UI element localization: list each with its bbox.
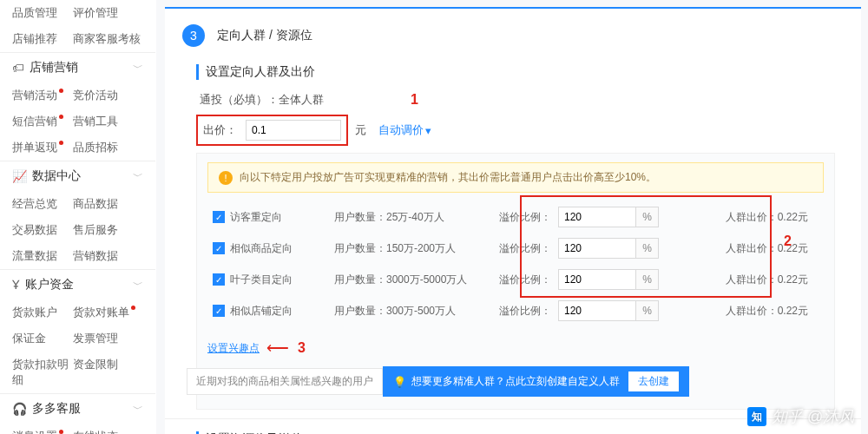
sidebar-item[interactable]: 短信营销营销工具 bbox=[0, 108, 155, 135]
sidebar-group-header[interactable]: 📈数据中心﹀ bbox=[0, 161, 155, 191]
bulb-icon: 💡 bbox=[393, 376, 406, 388]
annotation-1: 1 bbox=[411, 92, 418, 108]
bid-label: 出价： bbox=[203, 122, 237, 138]
bid-section-title: 设置定向人群及出价 bbox=[196, 64, 835, 80]
sidebar-item[interactable]: 货款账户货款对账单 bbox=[0, 299, 155, 326]
annotation-2: 2 bbox=[784, 233, 792, 249]
sidebar: 品质管理评价管理店铺推荐商家客服考核 🏷店铺营销﹀营销活动竞价活动短信营销营销工… bbox=[0, 0, 156, 434]
chevron-down-icon: ﹀ bbox=[133, 402, 143, 417]
table-row: ✓访客重定向用户数量：25万-40万人溢价比例：%人群出价：0.22元 bbox=[207, 201, 824, 233]
target-name: 访客重定向 bbox=[230, 211, 282, 223]
set-interest-link[interactable]: 设置兴趣点 bbox=[207, 341, 260, 356]
main-panel: 3 定向人群 / 资源位 设置定向人群及出价 通投（必填）：全体人群 1 出价：… bbox=[156, 0, 868, 434]
step-title: 定向人群 / 资源位 bbox=[217, 28, 312, 43]
step-number-badge: 3 bbox=[182, 24, 205, 47]
sidebar-group-header[interactable]: Ұ账户资金﹀ bbox=[0, 269, 155, 299]
table-row: ✓叶子类目定向用户数量：3000万-5000万人溢价比例：%人群出价：0.22元 bbox=[207, 264, 824, 295]
sidebar-item[interactable]: 交易数据售后服务 bbox=[0, 217, 155, 243]
group-icon: 🏷 bbox=[12, 61, 24, 75]
sidebar-item[interactable]: 消息设置在线状态 bbox=[0, 424, 155, 434]
targeting-block: ! 向以下特定用户投放广告可实现更精准的营销，其出价需比普通用户点击出价高至少1… bbox=[196, 153, 835, 410]
premium-ratio-input[interactable] bbox=[558, 238, 636, 259]
checkbox[interactable]: ✓ bbox=[213, 211, 225, 223]
sidebar-item[interactable]: 店铺推荐商家客服考核 bbox=[0, 26, 155, 52]
chevron-down-icon: ﹀ bbox=[133, 278, 143, 293]
step-header: 3 定向人群 / 资源位 bbox=[165, 12, 861, 56]
sidebar-item[interactable]: 货款扣款明细资金限制 bbox=[0, 352, 155, 393]
watermark: 知 知乎 @沐风 bbox=[747, 406, 854, 427]
chevron-down-icon: ﹀ bbox=[133, 61, 143, 76]
create-audience-button[interactable]: 去创建 bbox=[628, 372, 679, 391]
sidebar-group-header[interactable]: 🎧多多客服﹀ bbox=[0, 393, 155, 424]
annotation-3: 3 bbox=[298, 340, 306, 356]
targeting-table: ✓访客重定向用户数量：25万-40万人溢价比例：%人群出价：0.22元✓相似商品… bbox=[207, 201, 824, 326]
bid-highlight-box: 出价： bbox=[196, 115, 348, 146]
group-icon: 📈 bbox=[12, 169, 27, 183]
checkbox[interactable]: ✓ bbox=[213, 273, 225, 286]
table-row: ✓相似商品定向用户数量：150万-200万人溢价比例：%人群出价：0.22元 bbox=[207, 233, 824, 264]
zhihu-icon: 知 bbox=[747, 407, 766, 426]
premium-ratio-input[interactable] bbox=[558, 269, 636, 290]
notice-bar: ! 向以下特定用户投放广告可实现更精准的营销，其出价需比普通用户点击出价高至少1… bbox=[207, 162, 824, 193]
sidebar-group-header[interactable]: 🏷店铺营销﹀ bbox=[0, 52, 155, 82]
info-icon: ! bbox=[219, 171, 233, 185]
chevron-down-icon[interactable]: ▾ bbox=[425, 124, 431, 137]
interest-tip: 近期对我的商品相关属性感兴趣的用户 bbox=[187, 368, 383, 395]
sidebar-item[interactable]: 保证金发票管理 bbox=[0, 326, 155, 352]
group-icon: Ұ bbox=[12, 278, 20, 292]
arrow-icon: ⟵ bbox=[266, 339, 289, 358]
target-name: 相似店铺定向 bbox=[230, 305, 293, 317]
scope-label: 通投（必填）：全体人群 bbox=[200, 92, 324, 108]
custom-audience-prompt: 💡 想要更多精准人群？点此立刻创建自定义人群 去创建 bbox=[383, 366, 689, 397]
bid-input[interactable] bbox=[246, 120, 341, 141]
sidebar-item[interactable]: 经营总览商品数据 bbox=[0, 191, 155, 217]
sidebar-item[interactable]: 拼单返现品质招标 bbox=[0, 135, 155, 161]
chevron-down-icon: ﹀ bbox=[133, 169, 143, 184]
target-name: 叶子类目定向 bbox=[230, 273, 293, 286]
checkbox[interactable]: ✓ bbox=[213, 242, 225, 254]
checkbox[interactable]: ✓ bbox=[213, 305, 225, 317]
sidebar-item[interactable]: 品质管理评价管理 bbox=[0, 0, 155, 26]
group-icon: 🎧 bbox=[12, 402, 27, 416]
sidebar-item[interactable]: 营销活动竞价活动 bbox=[0, 82, 155, 108]
bid-unit: 元 bbox=[355, 122, 366, 138]
premium-ratio-input[interactable] bbox=[558, 300, 636, 321]
sidebar-item[interactable]: 流量数据营销数据 bbox=[0, 243, 155, 269]
table-row: ✓相似店铺定向用户数量：300万-500万人溢价比例：%人群出价：0.22元 bbox=[207, 295, 824, 326]
target-name: 相似商品定向 bbox=[230, 242, 293, 254]
premium-ratio-input[interactable] bbox=[558, 207, 636, 227]
auto-adjust-link[interactable]: 自动调价 bbox=[378, 122, 424, 138]
